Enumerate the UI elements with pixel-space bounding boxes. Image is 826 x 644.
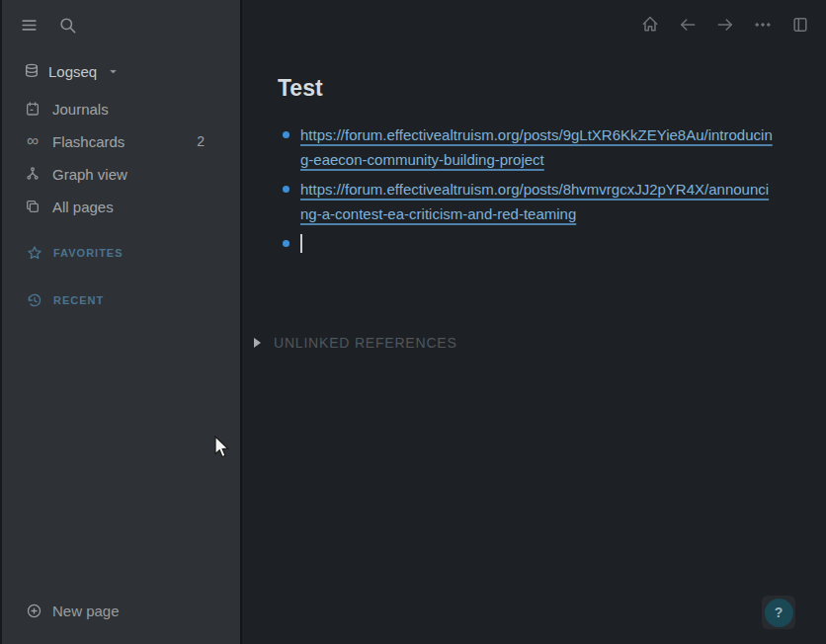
sidebar-item-label: Graph view	[52, 166, 127, 183]
block-editing-area[interactable]	[300, 231, 777, 256]
block-row	[283, 231, 786, 256]
block-bullet[interactable]	[283, 131, 289, 138]
history-icon	[27, 292, 42, 308]
recent-label: RECENT	[53, 294, 104, 306]
sidebar-item-flashcards[interactable]: ∞ Flashcards 2	[25, 129, 240, 153]
external-link[interactable]: https://forum.effectivealtruism.org/post…	[300, 126, 773, 168]
top-toolbar	[640, 14, 810, 36]
sidebar-item-label: All pages	[52, 199, 114, 215]
help-button[interactable]: ?	[762, 596, 795, 629]
block-row: https://forum.effectivealtruism.org/post…	[283, 177, 786, 226]
arrow-right-icon[interactable]	[715, 14, 735, 36]
text-caret	[300, 234, 302, 253]
sidebar-item-label: Flashcards	[52, 133, 124, 150]
pages-icon	[25, 199, 41, 214]
database-icon	[24, 63, 40, 79]
sidebar-item-all-pages[interactable]: All pages	[25, 195, 240, 218]
help-button-label: ?	[765, 599, 793, 627]
page-title: Test	[278, 73, 323, 103]
sidebar-item-label: Journals	[52, 101, 109, 118]
ellipsis-icon[interactable]	[753, 14, 773, 36]
block-row: https://forum.effectivealtruism.org/post…	[283, 122, 786, 172]
sidebar-item-journals[interactable]: Journals	[25, 97, 240, 121]
external-link[interactable]: https://forum.effectivealtruism.org/post…	[300, 181, 769, 222]
block-bullet[interactable]	[283, 186, 289, 193]
new-page-label: New page	[52, 603, 120, 619]
unlinked-references-toggle[interactable]: UNLINKED REFERENCES	[254, 334, 457, 352]
sidebar-header	[20, 16, 77, 35]
home-icon[interactable]	[640, 14, 660, 36]
graph-icon	[25, 166, 41, 182]
logseq-app-window: { "colors": { "main_bg": "#1d2125", "sid…	[0, 0, 826, 644]
sidebar-section-favorites[interactable]: FAVORITES	[27, 243, 124, 263]
block-list: https://forum.effectivealtruism.org/post…	[283, 122, 786, 261]
arrow-left-icon[interactable]	[678, 14, 698, 36]
new-page-button[interactable]: New page	[26, 601, 120, 620]
unlinked-references-label: UNLINKED REFERENCES	[274, 335, 457, 351]
infinity-icon: ∞	[25, 133, 41, 149]
flashcards-count-badge: 2	[197, 133, 205, 149]
collapse-arrow-icon	[254, 338, 261, 348]
favorites-label: FAVORITES	[53, 247, 124, 259]
main-content: Test https://forum.effectivealtruism.org…	[244, 0, 826, 644]
sidebar-item-graph-view[interactable]: Graph view	[25, 162, 240, 186]
left-sidebar: Logseq Journals ∞ Flashcards 2	[0, 0, 242, 644]
toggle-right-sidebar-icon[interactable]	[790, 14, 810, 36]
hamburger-menu-icon[interactable]	[20, 16, 39, 35]
graph-name: Logseq	[48, 63, 97, 80]
plus-circle-icon	[26, 603, 42, 619]
block-content[interactable]: https://forum.effectivealtruism.org/post…	[300, 177, 777, 226]
graph-switcher[interactable]: Logseq	[24, 59, 119, 83]
block-bullet[interactable]	[283, 240, 289, 247]
sidebar-section-recent[interactable]: RECENT	[27, 290, 104, 310]
star-icon	[27, 245, 42, 261]
chevron-down-icon	[108, 66, 119, 77]
calendar-icon	[25, 101, 41, 117]
block-content[interactable]: https://forum.effectivealtruism.org/post…	[300, 122, 777, 172]
search-icon[interactable]	[58, 16, 77, 35]
